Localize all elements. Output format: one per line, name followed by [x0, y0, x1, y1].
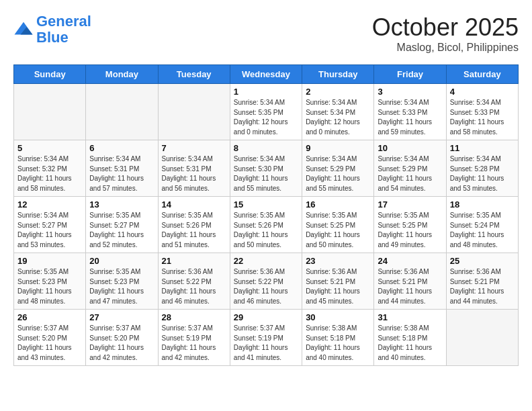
- day-info: Sunrise: 5:35 AMSunset: 5:24 PMDaylight:…: [450, 211, 515, 250]
- calendar-cell: 24 Sunrise: 5:36 AMSunset: 5:21 PMDaylig…: [374, 253, 446, 310]
- calendar-cell: [446, 310, 518, 366]
- day-info: Sunrise: 5:34 AMSunset: 5:33 PMDaylight:…: [450, 98, 515, 137]
- day-number: 24: [378, 256, 442, 266]
- calendar-cell: [14, 84, 86, 140]
- day-number: 12: [17, 199, 82, 210]
- day-number: 15: [234, 199, 298, 210]
- day-number: 10: [378, 143, 442, 153]
- location: Maslog, Bicol, Philippines: [372, 42, 519, 54]
- calendar-cell: 28 Sunrise: 5:37 AMSunset: 5:19 PMDaylig…: [158, 310, 230, 366]
- header-cell-sunday: Sunday: [14, 65, 86, 84]
- header-cell-wednesday: Wednesday: [230, 65, 302, 84]
- day-info: Sunrise: 5:35 AMSunset: 5:26 PMDaylight:…: [234, 211, 298, 250]
- day-number: 20: [89, 256, 154, 266]
- day-info: Sunrise: 5:37 AMSunset: 5:19 PMDaylight:…: [162, 324, 226, 363]
- week-row-4: 19 Sunrise: 5:35 AMSunset: 5:23 PMDaylig…: [14, 253, 519, 310]
- day-number: 11: [450, 143, 515, 153]
- day-info: Sunrise: 5:34 AMSunset: 5:31 PMDaylight:…: [89, 154, 154, 193]
- calendar-cell: 11 Sunrise: 5:34 AMSunset: 5:28 PMDaylig…: [446, 140, 518, 197]
- day-number: 5: [17, 143, 82, 153]
- week-row-5: 26 Sunrise: 5:37 AMSunset: 5:20 PMDaylig…: [14, 310, 519, 366]
- day-info: Sunrise: 5:36 AMSunset: 5:21 PMDaylight:…: [450, 267, 515, 306]
- calendar-cell: 27 Sunrise: 5:37 AMSunset: 5:20 PMDaylig…: [86, 310, 158, 366]
- calendar-cell: 19 Sunrise: 5:35 AMSunset: 5:23 PMDaylig…: [14, 253, 86, 310]
- calendar-cell: 14 Sunrise: 5:35 AMSunset: 5:26 PMDaylig…: [158, 197, 230, 253]
- day-number: 2: [306, 87, 370, 97]
- calendar-cell: [86, 84, 158, 140]
- day-info: Sunrise: 5:36 AMSunset: 5:21 PMDaylight:…: [306, 267, 370, 306]
- day-number: 25: [450, 256, 515, 266]
- day-number: 4: [450, 87, 515, 97]
- calendar-cell: 30 Sunrise: 5:38 AMSunset: 5:18 PMDaylig…: [302, 310, 374, 366]
- calendar-cell: 29 Sunrise: 5:37 AMSunset: 5:19 PMDaylig…: [230, 310, 302, 366]
- week-row-2: 5 Sunrise: 5:34 AMSunset: 5:32 PMDayligh…: [14, 140, 519, 197]
- logo: General Blue: [13, 13, 91, 46]
- header-cell-tuesday: Tuesday: [158, 65, 230, 84]
- calendar-cell: 6 Sunrise: 5:34 AMSunset: 5:31 PMDayligh…: [86, 140, 158, 197]
- day-info: Sunrise: 5:34 AMSunset: 5:29 PMDaylight:…: [306, 154, 370, 193]
- day-number: 27: [89, 312, 154, 322]
- day-number: 31: [378, 312, 442, 322]
- day-number: 23: [306, 256, 370, 266]
- calendar-cell: 31 Sunrise: 5:38 AMSunset: 5:18 PMDaylig…: [374, 310, 446, 366]
- day-info: Sunrise: 5:35 AMSunset: 5:25 PMDaylight:…: [306, 211, 370, 250]
- header-row: SundayMondayTuesdayWednesdayThursdayFrid…: [14, 65, 519, 84]
- calendar-cell: 21 Sunrise: 5:36 AMSunset: 5:22 PMDaylig…: [158, 253, 230, 310]
- day-number: 21: [162, 256, 226, 266]
- calendar-cell: 8 Sunrise: 5:34 AMSunset: 5:30 PMDayligh…: [230, 140, 302, 197]
- day-info: Sunrise: 5:35 AMSunset: 5:25 PMDaylight:…: [378, 211, 442, 250]
- calendar-cell: 2 Sunrise: 5:34 AMSunset: 5:34 PMDayligh…: [302, 84, 374, 140]
- day-info: Sunrise: 5:34 AMSunset: 5:34 PMDaylight:…: [306, 98, 370, 137]
- day-info: Sunrise: 5:34 AMSunset: 5:35 PMDaylight:…: [234, 98, 298, 137]
- day-info: Sunrise: 5:36 AMSunset: 5:22 PMDaylight:…: [162, 267, 226, 306]
- day-number: 22: [234, 256, 298, 266]
- day-number: 6: [89, 143, 154, 153]
- month-title: October 2025: [372, 13, 519, 42]
- calendar-cell: 18 Sunrise: 5:35 AMSunset: 5:24 PMDaylig…: [446, 197, 518, 253]
- day-number: 14: [162, 199, 226, 210]
- day-info: Sunrise: 5:34 AMSunset: 5:28 PMDaylight:…: [450, 154, 515, 193]
- calendar-cell: 5 Sunrise: 5:34 AMSunset: 5:32 PMDayligh…: [14, 140, 86, 197]
- calendar-cell: 3 Sunrise: 5:34 AMSunset: 5:33 PMDayligh…: [374, 84, 446, 140]
- day-number: 18: [450, 199, 515, 210]
- calendar-cell: 10 Sunrise: 5:34 AMSunset: 5:29 PMDaylig…: [374, 140, 446, 197]
- day-number: 29: [234, 312, 298, 322]
- day-info: Sunrise: 5:37 AMSunset: 5:19 PMDaylight:…: [234, 324, 298, 363]
- day-number: 28: [162, 312, 226, 322]
- header-cell-thursday: Thursday: [302, 65, 374, 84]
- calendar-cell: 9 Sunrise: 5:34 AMSunset: 5:29 PMDayligh…: [302, 140, 374, 197]
- day-info: Sunrise: 5:37 AMSunset: 5:20 PMDaylight:…: [17, 324, 82, 363]
- day-info: Sunrise: 5:34 AMSunset: 5:31 PMDaylight:…: [162, 154, 226, 193]
- day-info: Sunrise: 5:35 AMSunset: 5:23 PMDaylight:…: [17, 267, 82, 306]
- calendar-cell: 20 Sunrise: 5:35 AMSunset: 5:23 PMDaylig…: [86, 253, 158, 310]
- day-info: Sunrise: 5:34 AMSunset: 5:30 PMDaylight:…: [234, 154, 298, 193]
- day-info: Sunrise: 5:35 AMSunset: 5:26 PMDaylight:…: [162, 211, 226, 250]
- day-info: Sunrise: 5:37 AMSunset: 5:20 PMDaylight:…: [89, 324, 154, 363]
- day-number: 30: [306, 312, 370, 322]
- day-number: 17: [378, 199, 442, 210]
- calendar-cell: 17 Sunrise: 5:35 AMSunset: 5:25 PMDaylig…: [374, 197, 446, 253]
- calendar-cell: 15 Sunrise: 5:35 AMSunset: 5:26 PMDaylig…: [230, 197, 302, 253]
- week-row-3: 12 Sunrise: 5:34 AMSunset: 5:27 PMDaylig…: [14, 197, 519, 253]
- day-info: Sunrise: 5:34 AMSunset: 5:32 PMDaylight:…: [17, 154, 82, 193]
- calendar-cell: 25 Sunrise: 5:36 AMSunset: 5:21 PMDaylig…: [446, 253, 518, 310]
- page-header: General Blue October 2025 Maslog, Bicol,…: [13, 13, 519, 54]
- day-number: 8: [234, 143, 298, 153]
- day-info: Sunrise: 5:34 AMSunset: 5:27 PMDaylight:…: [17, 211, 82, 250]
- calendar-cell: 12 Sunrise: 5:34 AMSunset: 5:27 PMDaylig…: [14, 197, 86, 253]
- calendar-cell: 26 Sunrise: 5:37 AMSunset: 5:20 PMDaylig…: [14, 310, 86, 366]
- header-cell-friday: Friday: [374, 65, 446, 84]
- logo-icon: [13, 19, 34, 40]
- calendar-cell: 1 Sunrise: 5:34 AMSunset: 5:35 PMDayligh…: [230, 84, 302, 140]
- calendar-cell: 16 Sunrise: 5:35 AMSunset: 5:25 PMDaylig…: [302, 197, 374, 253]
- day-number: 13: [89, 199, 154, 210]
- calendar-cell: 13 Sunrise: 5:35 AMSunset: 5:27 PMDaylig…: [86, 197, 158, 253]
- day-number: 1: [234, 87, 298, 97]
- calendar-cell: 23 Sunrise: 5:36 AMSunset: 5:21 PMDaylig…: [302, 253, 374, 310]
- week-row-1: 1 Sunrise: 5:34 AMSunset: 5:35 PMDayligh…: [14, 84, 519, 140]
- day-number: 19: [17, 256, 82, 266]
- day-number: 3: [378, 87, 442, 97]
- calendar-table: SundayMondayTuesdayWednesdayThursdayFrid…: [13, 64, 519, 366]
- day-info: Sunrise: 5:36 AMSunset: 5:22 PMDaylight:…: [234, 267, 298, 306]
- day-number: 9: [306, 143, 370, 153]
